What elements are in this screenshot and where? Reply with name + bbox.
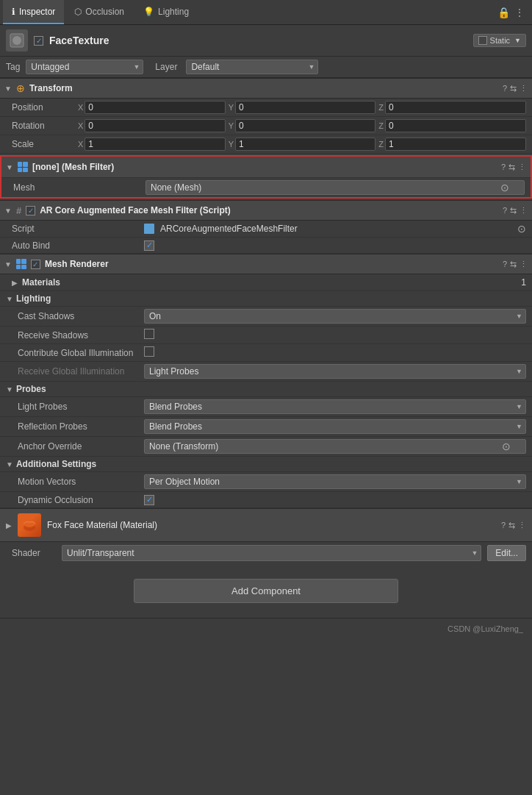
position-x-input[interactable] [85,101,225,114]
light-probes-arrow: ▼ [516,403,522,410]
receive-shadows-row: Receive Shadows [0,327,532,344]
add-component-button[interactable]: Add Component [134,579,398,603]
lock-icon[interactable]: 🔒 [497,7,510,18]
ar-script-help-icon[interactable]: ? [503,206,507,215]
shader-value: Unlit/Transparent [67,548,134,558]
transform-settings-icon[interactable]: ⇆ [510,84,517,93]
lighting-tab-label: Lighting [158,7,189,17]
tab-right-icons: 🔒 ⋮ [497,0,529,24]
ar-script-menu-icon[interactable]: ⋮ [520,206,528,215]
position-z-input[interactable] [385,101,526,114]
light-probes-dropdown[interactable]: Blend Probes ▼ [144,399,526,414]
scale-label: Scale [12,139,78,149]
transform-menu-icon[interactable]: ⋮ [520,84,528,93]
position-y-input[interactable] [235,101,375,114]
svg-point-1 [12,36,21,45]
probes-sub-header: ▼ Probes [0,382,532,397]
material-section: ▶ Fox Face Material (Material) ? ⇆ ⋮ Sha… [0,508,532,564]
mesh-renderer-collapse-arrow[interactable]: ▼ [4,260,12,268]
anchor-override-label: Anchor Override [12,441,144,452]
ar-script-settings-icon[interactable]: ⇆ [510,206,517,215]
shader-edit-button[interactable]: Edit... [487,545,526,561]
transform-collapse-arrow[interactable]: ▼ [4,85,12,93]
material-collapse-arrow[interactable]: ▶ [6,521,12,530]
rotation-z-input[interactable] [385,119,526,132]
anchor-override-row: Anchor Override None (Transform) ⊙ [0,437,532,457]
dynamic-occlusion-value: ✓ [144,494,526,505]
mesh-target-icon[interactable]: ⊙ [500,182,509,193]
material-settings-icon[interactable]: ⇆ [508,521,515,530]
mesh-filter-menu-icon[interactable]: ⋮ [518,163,526,172]
mesh-renderer-menu-icon[interactable]: ⋮ [520,260,528,269]
rotation-y-input[interactable] [235,119,375,132]
static-button[interactable]: Static ▼ [473,34,526,47]
additional-settings-sub-header: ▼ Additional Settings [0,457,532,472]
tag-layer-row: Tag Untagged ▼ Layer Default ▼ [0,57,532,78]
ar-script-hash-icon: # [16,205,21,216]
ar-script-row: Script ARCoreAugmentedFaceMeshFilter ⊙ [0,221,532,238]
transform-header-actions: ? ⇆ ⋮ [503,84,528,93]
dynamic-occlusion-row: Dynamic Occlusion ✓ [0,492,532,508]
reflection-probes-arrow: ▼ [516,423,522,430]
contribute-gi-checkbox[interactable] [144,346,154,357]
layer-dropdown[interactable]: Default ▼ [186,60,318,74]
tab-occlusion[interactable]: ⬡ Occlusion [65,0,133,24]
shader-dropdown[interactable]: Unlit/Transparent ▼ [62,545,481,561]
scale-y-field: Y [229,138,376,151]
position-inputs: X Y Z [78,101,526,114]
more-icon[interactable]: ⋮ [514,7,525,18]
material-menu-icon[interactable]: ⋮ [518,521,526,530]
motion-vectors-dropdown[interactable]: Per Object Motion ▼ [144,474,526,489]
mesh-value-dropdown[interactable]: None (Mesh) ⊙ [145,180,525,195]
mesh-filter-help-icon[interactable]: ? [501,163,506,171]
inspector-tab-label: Inspector [19,7,55,17]
add-component-container: Add Component [0,564,532,618]
mesh-filter-section: ▼ [none] (Mesh Filter) ? ⇆ ⋮ Mesh None (… [0,155,532,199]
ar-script-target-icon[interactable]: ⊙ [517,223,526,235]
layer-value: Default [191,62,219,72]
ar-script-collapse-arrow[interactable]: ▼ [4,207,12,215]
cast-shadows-arrow: ▼ [516,313,522,320]
auto-bind-checkbox[interactable]: ✓ [144,240,154,251]
material-help-icon[interactable]: ? [501,521,506,530]
scale-x-input[interactable] [85,138,225,151]
tab-lighting[interactable]: 💡 Lighting [134,0,198,24]
anchor-override-target-icon[interactable]: ⊙ [502,441,511,452]
rotation-z-field: Z [378,119,526,132]
object-icon [6,29,28,51]
motion-vectors-label: Motion Vectors [12,477,144,487]
dynamic-occlusion-checkbox[interactable]: ✓ [144,495,154,505]
layer-dropdown-arrow: ▼ [308,63,314,71]
motion-vectors-arrow: ▼ [516,478,522,485]
tab-inspector[interactable]: ℹ Inspector [3,0,64,24]
cast-shadows-dropdown[interactable]: On ▼ [144,309,526,324]
mesh-renderer-settings-icon[interactable]: ⇆ [510,260,517,269]
mesh-renderer-enabled-checkbox[interactable]: ✓ [31,260,40,269]
object-enabled-checkbox[interactable]: ✓ [34,36,43,46]
receive-gi-dropdown[interactable]: Light Probes ▼ [144,364,526,379]
lighting-sub-arrow[interactable]: ▼ [6,295,13,303]
ar-script-enabled-checkbox[interactable]: ✓ [26,206,35,215]
ar-script-label: Script [12,224,144,234]
rotation-x-field: X [78,119,226,132]
scale-y-input[interactable] [235,138,375,151]
materials-collapse-arrow[interactable]: ▶ [12,279,18,287]
tag-dropdown[interactable]: Untagged ▼ [26,60,143,74]
mesh-filter-collapse-arrow[interactable]: ▼ [6,163,13,171]
anchor-override-dropdown[interactable]: None (Transform) ⊙ [144,439,526,454]
transform-help-icon[interactable]: ? [503,84,507,93]
position-x-field: X [78,101,226,114]
footer-text: CSDN @LuxiZheng_ [447,624,523,633]
ar-script-file-icon [144,224,154,234]
scale-z-input[interactable] [385,138,526,151]
receive-gi-row: Receive Global Illumination Light Probes… [0,362,532,382]
reflection-probes-dropdown[interactable]: Blend Probes ▼ [144,419,526,434]
mesh-renderer-help-icon[interactable]: ? [503,260,507,268]
rotation-x-input[interactable] [85,119,225,132]
reflection-probes-value: Blend Probes [149,421,202,432]
contribute-gi-value [144,346,526,359]
mesh-filter-settings-icon[interactable]: ⇆ [508,163,515,172]
receive-shadows-checkbox[interactable] [144,329,154,339]
probes-sub-arrow[interactable]: ▼ [6,385,13,393]
additional-settings-arrow[interactable]: ▼ [6,460,13,468]
